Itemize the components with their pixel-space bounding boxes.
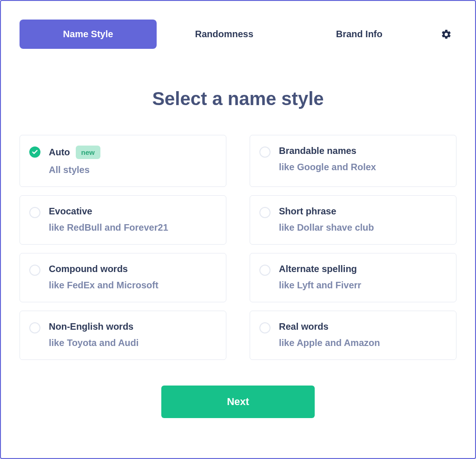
option-non-english[interactable]: Non-English words like Toyota and Audi [20, 311, 226, 360]
option-title-row: Brandable names [279, 146, 376, 156]
option-alternate[interactable]: Alternate spelling like Lyft and Fiverr [250, 253, 456, 302]
option-content: Non-English words like Toyota and Audi [49, 321, 139, 348]
radio-evocative[interactable] [29, 207, 40, 218]
settings-button[interactable] [427, 29, 456, 40]
check-icon [32, 149, 38, 155]
tab-name-style[interactable]: Name Style [20, 20, 157, 49]
option-title: Non-English words [49, 321, 133, 332]
option-title: Real words [279, 321, 329, 332]
option-title-row: Short phrase [279, 206, 374, 217]
option-desc: like RedBull and Forever21 [49, 222, 168, 233]
radio-real-words[interactable] [259, 322, 271, 333]
option-desc: like Apple and Amazon [279, 338, 380, 348]
option-content: Auto new All styles [49, 146, 100, 175]
option-content: Short phrase like Dollar shave club [279, 206, 374, 233]
option-evocative[interactable]: Evocative like RedBull and Forever21 [20, 195, 226, 245]
radio-short-phrase[interactable] [259, 207, 271, 218]
option-title: Brandable names [279, 146, 357, 156]
option-auto[interactable]: Auto new All styles [20, 135, 226, 187]
page-title: Select a name style [20, 88, 456, 109]
option-real-words[interactable]: Real words like Apple and Amazon [250, 311, 456, 360]
option-desc: like Google and Rolex [279, 162, 376, 173]
option-content: Evocative like RedBull and Forever21 [49, 206, 168, 233]
option-title-row: Compound words [49, 264, 159, 274]
tab-brand-info[interactable]: Brand Info [292, 20, 427, 49]
option-desc: like Toyota and Audi [49, 338, 139, 348]
radio-compound[interactable] [29, 265, 40, 276]
option-desc: like Dollar shave club [279, 222, 374, 233]
option-title: Alternate spelling [279, 264, 357, 274]
radio-non-english[interactable] [29, 322, 40, 333]
options-grid: Auto new All styles Brandable names like… [20, 135, 456, 360]
option-title-row: Alternate spelling [279, 264, 361, 274]
next-button[interactable]: Next [161, 386, 315, 418]
option-title-row: Evocative [49, 206, 168, 217]
option-title: Auto [49, 147, 70, 158]
option-desc: like Lyft and Fiverr [279, 280, 361, 291]
option-content: Compound words like FedEx and Microsoft [49, 264, 159, 291]
tab-randomness[interactable]: Randomness [157, 20, 292, 49]
radio-alternate[interactable] [259, 265, 271, 276]
option-title: Compound words [49, 264, 128, 274]
radio-brandable[interactable] [259, 146, 271, 158]
option-content: Brandable names like Google and Rolex [279, 146, 376, 173]
gear-icon [441, 29, 452, 40]
tabs-bar: Name Style Randomness Brand Info [20, 20, 456, 49]
radio-auto[interactable] [29, 146, 40, 158]
option-desc: like FedEx and Microsoft [49, 280, 159, 291]
option-desc: All styles [49, 165, 100, 175]
option-title: Short phrase [279, 206, 336, 217]
option-content: Alternate spelling like Lyft and Fiverr [279, 264, 361, 291]
new-badge: new [76, 146, 100, 159]
option-title-row: Real words [279, 321, 380, 332]
option-compound[interactable]: Compound words like FedEx and Microsoft [20, 253, 226, 302]
option-title-row: Auto new [49, 146, 100, 159]
option-short-phrase[interactable]: Short phrase like Dollar shave club [250, 195, 456, 245]
option-brandable[interactable]: Brandable names like Google and Rolex [250, 135, 456, 187]
option-content: Real words like Apple and Amazon [279, 321, 380, 348]
option-title: Evocative [49, 206, 92, 217]
option-title-row: Non-English words [49, 321, 139, 332]
